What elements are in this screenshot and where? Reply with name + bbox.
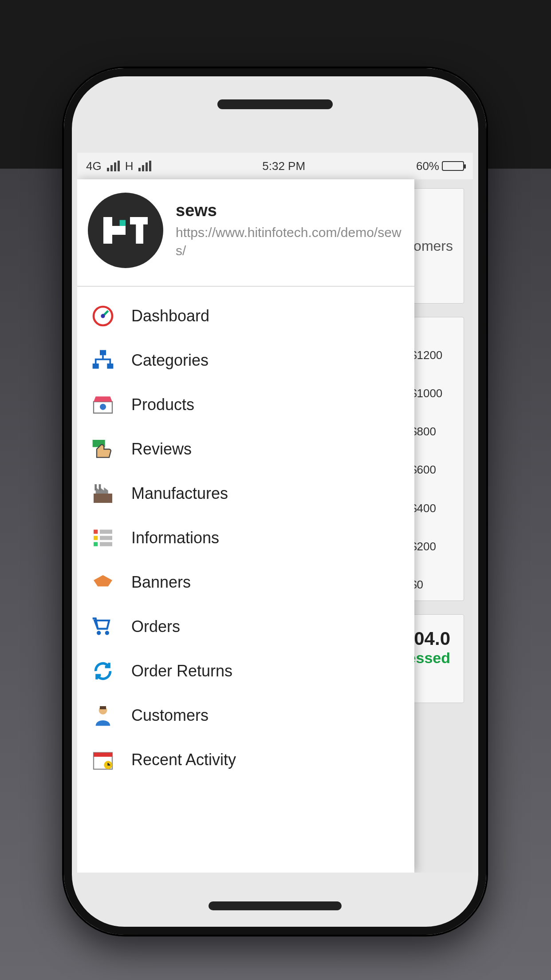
svg-rect-2 — [120, 220, 126, 226]
menu-item-recent-activity[interactable]: Recent Activity — [77, 738, 414, 782]
svg-rect-16 — [94, 530, 98, 533]
menu-item-label: Categories — [131, 351, 209, 370]
svg-rect-21 — [100, 542, 112, 546]
side-drawer: sews https://www.hitinfotech.com/demo/se… — [77, 179, 414, 873]
menu-item-orders[interactable]: Orders — [77, 605, 414, 649]
axis-tick: $0 — [410, 578, 455, 592]
svg-rect-13 — [94, 494, 112, 503]
svg-rect-18 — [94, 542, 98, 546]
svg-rect-8 — [93, 364, 99, 369]
battery-pct: 60% — [416, 159, 439, 173]
svg-rect-1 — [103, 226, 126, 235]
cart-icon — [91, 614, 115, 639]
storefront-icon — [91, 392, 115, 417]
svg-rect-14 — [94, 484, 97, 490]
network2-label: H — [125, 159, 134, 173]
svg-point-23 — [105, 631, 109, 635]
axis-tick: $1200 — [410, 348, 455, 362]
axis-tick: $1000 — [410, 387, 455, 400]
menu-item-label: Customers — [131, 706, 209, 725]
svg-rect-9 — [107, 364, 113, 369]
phone-frame: 4G H 5:32 PM 60% omers 019 $1200$1000$80… — [62, 67, 488, 937]
screen: 4G H 5:32 PM 60% omers 019 $1200$1000$80… — [77, 153, 473, 873]
profile-header[interactable]: sews https://www.hitinfotech.com/demo/se… — [77, 179, 414, 287]
menu-item-label: Dashboard — [131, 307, 209, 325]
menu-item-manufactures[interactable]: Manufactures — [77, 471, 414, 516]
factory-icon — [91, 481, 115, 506]
hierarchy-icon — [91, 348, 115, 373]
list-icon — [91, 526, 115, 550]
svg-point-22 — [97, 631, 101, 635]
svg-rect-17 — [94, 536, 98, 540]
chart-axis: $1200$1000$800$600$400$200$0 — [410, 348, 455, 592]
menu-item-label: Banners — [131, 573, 191, 592]
menu-item-informations[interactable]: Informations — [77, 516, 414, 560]
customers-label-partial: omers — [413, 238, 453, 254]
menu-item-products[interactable]: Products — [77, 383, 414, 427]
thumbs-up-icon — [91, 437, 115, 462]
menu-item-categories[interactable]: Categories — [77, 338, 414, 383]
menu-item-banners[interactable]: Banners — [77, 560, 414, 605]
signal-icon — [107, 161, 120, 171]
menu-item-label: Recent Activity — [131, 751, 236, 769]
banner-icon — [91, 570, 115, 595]
store-name: sews — [176, 201, 404, 220]
svg-rect-20 — [100, 536, 112, 540]
menu-item-label: Manufactures — [131, 484, 228, 503]
signal2-icon — [138, 161, 151, 171]
calendar-icon — [91, 747, 115, 772]
network-label: 4G — [86, 159, 102, 173]
menu-item-reviews[interactable]: Reviews — [77, 427, 414, 471]
axis-tick: $400 — [410, 502, 455, 515]
store-logo — [88, 193, 163, 268]
menu-item-label: Products — [131, 395, 194, 414]
store-url: https://www.hitinfotech.com/demo/sews/ — [176, 224, 404, 260]
menu-item-label: Orders — [131, 617, 180, 636]
clock: 5:32 PM — [262, 159, 305, 173]
axis-tick: $600 — [410, 463, 455, 477]
svg-rect-27 — [94, 753, 112, 757]
menu-item-label: Informations — [131, 529, 219, 547]
battery-icon — [442, 161, 464, 171]
svg-rect-25 — [100, 706, 106, 709]
drawer-menu: DashboardCategoriesProductsReviewsManufa… — [77, 287, 414, 873]
gauge-icon — [91, 304, 115, 328]
menu-item-dashboard[interactable]: Dashboard — [77, 294, 414, 338]
menu-item-customers[interactable]: Customers — [77, 693, 414, 738]
axis-tick: $200 — [410, 540, 455, 553]
menu-item-order-returns[interactable]: Order Returns — [77, 649, 414, 693]
svg-point-6 — [101, 314, 105, 318]
menu-item-label: Order Returns — [131, 662, 232, 680]
svg-rect-4 — [136, 217, 143, 244]
svg-point-11 — [100, 404, 106, 410]
person-icon — [91, 703, 115, 728]
svg-rect-15 — [99, 484, 101, 490]
svg-rect-19 — [100, 530, 112, 533]
svg-rect-7 — [100, 350, 106, 356]
refresh-icon — [91, 659, 115, 684]
menu-item-label: Reviews — [131, 440, 192, 458]
status-bar: 4G H 5:32 PM 60% — [77, 153, 473, 179]
axis-tick: $800 — [410, 425, 455, 439]
